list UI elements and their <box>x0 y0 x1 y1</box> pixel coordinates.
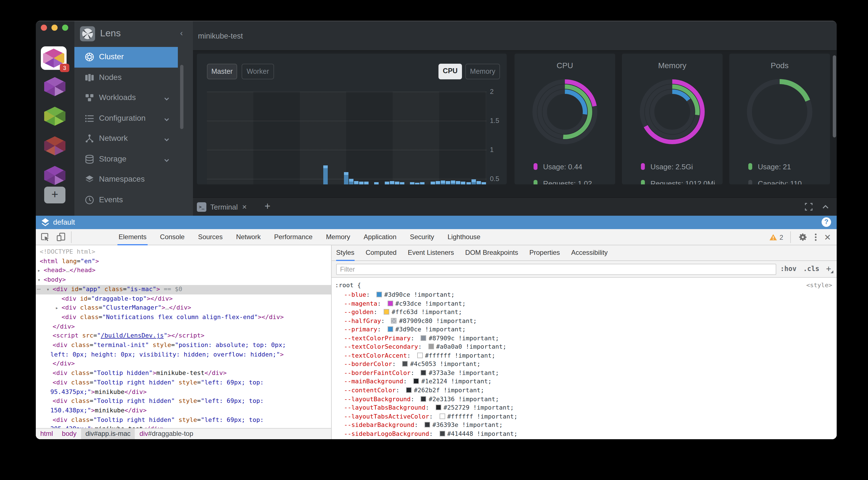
css-declaration[interactable]: --magenta: #c93dce !important; <box>332 299 837 308</box>
tab-dom-breakpoints[interactable]: DOM Breakpoints <box>465 245 518 261</box>
devtools-menu-icon[interactable] <box>815 234 817 241</box>
tab-event-listeners[interactable]: Event Listeners <box>408 245 454 261</box>
css-declaration[interactable]: --mainBackground: #1e2124 !important; <box>332 377 837 386</box>
color-swatch[interactable] <box>436 405 441 410</box>
tab-elements[interactable]: Elements <box>112 229 153 245</box>
inspect-element-icon[interactable] <box>40 232 50 242</box>
devtools-settings-icon[interactable] <box>798 233 808 242</box>
sidebar-scrollbar[interactable] <box>180 65 183 129</box>
color-swatch[interactable] <box>388 326 393 332</box>
sidebar-item-events[interactable]: Events <box>74 190 178 210</box>
css-selector[interactable]: :root { <box>335 282 361 289</box>
tab-performance[interactable]: Performance <box>267 229 319 245</box>
color-swatch[interactable] <box>428 344 434 349</box>
css-declaration[interactable]: --textColorSecondary: #a0a0a0 !important… <box>332 343 837 351</box>
dom-tree-row[interactable]: </div> <box>36 359 331 369</box>
color-swatch[interactable] <box>406 387 412 393</box>
css-declaration[interactable]: --golden: #ffc63d !important; <box>332 308 837 316</box>
css-declaration[interactable]: --textColorPrimary: #87909c !important; <box>332 334 837 343</box>
memory-metric-tab[interactable]: Memory <box>465 64 500 79</box>
dom-tree-row[interactable]: <div class="Tooltip hidden">minikube-tes… <box>36 369 331 378</box>
tab-sources[interactable]: Sources <box>191 229 229 245</box>
dom-tree-row[interactable]: <div class="Tooltip right hidden" style=… <box>36 397 331 406</box>
expand-arrow-closed-icon[interactable]: ▸ <box>55 303 58 313</box>
css-declaration[interactable]: --sidebarActiveColor: #ffffff !important… <box>332 438 837 439</box>
dom-tree-row[interactable]: </div> <box>36 322 331 331</box>
css-declaration[interactable]: --primary: #3d90ce !important; <box>332 325 837 334</box>
cluster-red-icon[interactable] <box>44 136 65 155</box>
sidebar-item-namespaces[interactable]: Namespaces <box>74 169 178 190</box>
color-swatch[interactable] <box>421 370 427 376</box>
color-swatch[interactable] <box>402 361 408 367</box>
css-declaration[interactable]: --sidebarLogoBackground: #414448 !import… <box>332 430 837 438</box>
breadcrumb-item[interactable]: body <box>57 428 81 439</box>
dom-tree-row[interactable]: <script src="/build/LensDev.js"></script… <box>36 332 331 341</box>
tab-computed[interactable]: Computed <box>366 245 397 261</box>
tab-styles[interactable]: Styles <box>336 245 354 261</box>
cluster-purple-icon[interactable] <box>44 77 65 96</box>
sidebar-item-workloads[interactable]: Workloads <box>74 88 178 108</box>
chevron-down-icon[interactable] <box>163 95 170 101</box>
tab-properties[interactable]: Properties <box>529 245 560 261</box>
dom-tree-row[interactable]: 150.438px;">minikube</div> <box>36 406 331 415</box>
overflow-menu-icon[interactable]: ⋯ <box>37 285 40 294</box>
css-declaration[interactable]: --halfGray: #87909c80 !important; <box>332 316 837 325</box>
dom-tree-row[interactable]: ▸<div class="ClusterManager">…</div> <box>36 303 331 313</box>
css-declaration[interactable]: --layoutTabsActiveColor: #ffffff !import… <box>332 412 837 421</box>
chevron-down-icon[interactable] <box>163 115 170 122</box>
cluster-green-icon[interactable] <box>44 107 65 126</box>
cpu-metric-tab[interactable]: CPU <box>438 64 462 79</box>
terminal-tab[interactable]: Terminal <box>210 203 238 211</box>
chevron-down-icon[interactable] <box>163 135 170 142</box>
css-declaration[interactable]: --textColorAccent: #ffffff !important; <box>332 351 837 360</box>
toggle-hover-state-button[interactable]: :hov <box>780 265 797 273</box>
chevron-down-icon[interactable] <box>163 156 170 162</box>
help-icon[interactable]: ? <box>822 217 831 227</box>
color-swatch[interactable] <box>384 309 389 315</box>
sidebar-item-cluster[interactable]: Cluster <box>74 47 178 67</box>
dom-tree-row[interactable]: <!DOCTYPE html> <box>36 247 331 257</box>
minimize-window-button[interactable] <box>52 25 58 31</box>
new-style-rule-button[interactable]: + <box>826 264 831 274</box>
color-swatch[interactable] <box>417 353 423 358</box>
color-swatch[interactable] <box>421 335 427 341</box>
terminal-expand-icon[interactable] <box>804 202 813 211</box>
styles-filter-input[interactable] <box>336 264 776 275</box>
active-cluster-tile[interactable]: 3 <box>41 46 67 70</box>
breadcrumb-item[interactable]: div#draggable-top <box>135 428 198 439</box>
css-declaration[interactable]: --borderFaintColor: #373a3e !important; <box>332 369 837 377</box>
sidebar-item-network[interactable]: Network <box>74 129 178 149</box>
breadcrumb-item[interactable]: div#app.is-mac <box>81 428 135 439</box>
dom-tree-row[interactable]: <div class="Tooltip right hidden" style=… <box>36 378 331 387</box>
color-swatch[interactable] <box>391 318 397 323</box>
terminal-collapse-icon[interactable] <box>821 202 830 211</box>
tab-lighthouse[interactable]: Lighthouse <box>441 229 487 245</box>
color-swatch[interactable] <box>376 292 382 297</box>
tab-security[interactable]: Security <box>403 229 441 245</box>
css-rule-source[interactable]: <style> <box>806 281 832 289</box>
dom-tree-row[interactable]: left: 0px; height: 0px; visibility: hidd… <box>36 350 331 359</box>
expand-arrow-open-icon[interactable]: ▾ <box>46 285 50 294</box>
warnings-badge[interactable]: 2 <box>769 233 783 241</box>
terminal-new-tab-icon[interactable]: + <box>265 201 271 212</box>
toggle-classes-button[interactable]: .cls <box>803 265 819 273</box>
css-declaration[interactable]: --blue: #3d90ce !important; <box>332 290 837 299</box>
expand-arrow-open-icon[interactable]: ▾ <box>37 275 40 285</box>
device-toolbar-icon[interactable] <box>56 232 66 242</box>
tab-application[interactable]: Application <box>357 229 403 245</box>
devtools-close-icon[interactable]: ✕ <box>824 229 831 245</box>
tab-network[interactable]: Network <box>229 229 267 245</box>
tab-console[interactable]: Console <box>153 229 191 245</box>
dom-tree-row[interactable]: <div id="draggable-top"></div> <box>36 294 331 303</box>
dom-tree-row[interactable]: ▾<body> <box>36 275 331 285</box>
css-declaration[interactable]: --borderColor: #4c5053 !important; <box>332 360 837 369</box>
cluster-violet-icon[interactable] <box>44 166 65 185</box>
dom-tree-row[interactable]: <div class="terminal-init" style="positi… <box>36 341 331 350</box>
close-window-button[interactable] <box>41 25 47 31</box>
css-declaration[interactable]: --layoutBackground: #2e3136 !important; <box>332 395 837 404</box>
add-cluster-button[interactable]: + <box>44 186 65 203</box>
master-node-tab[interactable]: Master <box>207 64 237 79</box>
tab-memory[interactable]: Memory <box>319 229 357 245</box>
zoom-window-button[interactable] <box>62 25 68 31</box>
css-declaration[interactable]: --contentColor: #262b2f !important; <box>332 386 837 395</box>
